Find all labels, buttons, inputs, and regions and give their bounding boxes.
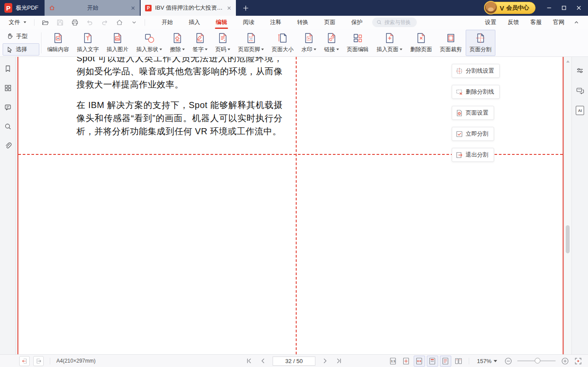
maximize-button[interactable] <box>557 0 571 16</box>
select-tool-button[interactable]: 选择 <box>3 43 39 56</box>
file-menu-button[interactable]: 文件 <box>0 18 31 26</box>
vertical-split-line[interactable] <box>296 57 297 354</box>
search-placeholder: 搜索与替换 <box>384 19 411 26</box>
watermark-button[interactable]: 水印 <box>297 30 320 56</box>
tab-close-icon[interactable] <box>131 6 135 10</box>
exit-split-icon <box>456 151 463 159</box>
page-crop-button[interactable]: 页面裁剪 <box>436 30 466 56</box>
scroll-up-arrow[interactable] <box>566 60 570 63</box>
open-file-button[interactable] <box>40 17 50 28</box>
window-controls <box>542 0 586 16</box>
menu-protect[interactable]: 保护 <box>343 16 370 29</box>
redo-button[interactable] <box>99 17 110 28</box>
membership-label: 会员中心 <box>506 4 529 12</box>
hand-tool-button[interactable]: 手型 <box>3 30 39 42</box>
header-footer-button[interactable]: 页眉页脚 <box>234 30 268 56</box>
search-replace-button[interactable]: 搜索与替换 <box>372 17 417 27</box>
save-button[interactable] <box>55 17 65 28</box>
print-button[interactable] <box>69 17 80 28</box>
tab-close-icon[interactable] <box>227 6 232 10</box>
facing-pages-button[interactable] <box>453 356 464 367</box>
zoom-out-button[interactable] <box>502 356 514 367</box>
menu-read[interactable]: 阅读 <box>235 16 262 29</box>
tool-label: 页面分割 <box>470 46 491 53</box>
attachments-panel-button[interactable] <box>3 141 13 150</box>
close-button[interactable] <box>571 0 586 16</box>
page-number-icon <box>217 32 228 44</box>
divider <box>50 358 50 364</box>
zoom-level-dropdown[interactable]: 157% <box>474 358 501 364</box>
tool-label: 页面编辑 <box>347 46 369 53</box>
insert-image-icon <box>112 32 123 44</box>
menu-edit[interactable]: 编辑 <box>208 16 235 29</box>
ai-tools-button[interactable]: AI <box>576 106 584 115</box>
single-page-view-button[interactable] <box>427 356 438 367</box>
edit-content-button[interactable]: 编辑内容 <box>43 30 73 56</box>
insert-shape-button[interactable]: 插入形状 <box>132 30 166 56</box>
fit-page-button[interactable] <box>401 356 412 367</box>
customize-toolbar-button[interactable] <box>129 17 139 28</box>
collapse-ribbon-button[interactable] <box>570 20 583 25</box>
split-now-button[interactable]: 立即分割 <box>452 127 494 141</box>
insert-text-button[interactable]: 插入文字 <box>73 30 103 56</box>
undo-button[interactable] <box>84 17 95 28</box>
menu-start[interactable]: 开始 <box>154 16 181 29</box>
next-view-button[interactable] <box>33 356 44 366</box>
new-tab-button[interactable] <box>237 0 254 16</box>
page-size-button[interactable]: 页面大小 <box>268 30 297 56</box>
continuous-view-button[interactable] <box>440 356 451 367</box>
next-page-button[interactable] <box>321 357 329 365</box>
signature-button[interactable]: 签字 <box>189 30 211 56</box>
menu-page[interactable]: 页面 <box>316 16 343 29</box>
zoom-in-button[interactable] <box>559 356 571 367</box>
bookmarks-panel-button[interactable] <box>3 64 13 73</box>
delete-page-button[interactable]: 删除页面 <box>406 30 436 56</box>
page-organize-button[interactable]: 页面编辑 <box>343 30 373 56</box>
link-icon <box>326 32 337 44</box>
document-text: Spot 可以进入人类工作人员无法进入的危险环境，例如受化学品、噪音或其他危害影… <box>76 57 283 145</box>
feedback-button[interactable]: 反馈 <box>502 18 525 26</box>
split-line-settings-button[interactable]: 分割线设置 <box>452 64 500 78</box>
split-button-label: 立即分割 <box>466 130 488 138</box>
exit-split-button[interactable]: 退出分割 <box>452 148 494 162</box>
comments-list-button[interactable] <box>575 86 585 95</box>
support-button[interactable]: 客服 <box>525 18 547 26</box>
zoom-slider-knob[interactable] <box>535 358 540 364</box>
delete-split-line-button[interactable]: 删除分割线 <box>452 85 500 99</box>
page-number-button[interactable]: 页码 <box>211 30 234 56</box>
tab-home[interactable]: 开始 <box>45 0 140 16</box>
page-setup-button[interactable]: 页面设置 <box>452 106 494 120</box>
insert-page-button[interactable]: 插入页面 <box>373 30 406 56</box>
menu-convert[interactable]: 转换 <box>289 16 316 29</box>
insert-image-button[interactable]: 插入图片 <box>103 30 132 56</box>
zoom-slider[interactable] <box>517 357 556 365</box>
vertical-scrollbar[interactable] <box>564 57 571 354</box>
home-view-button[interactable] <box>114 17 125 28</box>
comments-panel-button[interactable] <box>3 102 13 112</box>
page-split-button[interactable]: 页面分割 <box>466 30 495 56</box>
actual-size-button[interactable]: 1:1 <box>387 356 399 367</box>
insert-shape-icon <box>144 32 155 44</box>
membership-button[interactable]: V 会员中心 <box>487 2 536 14</box>
scrollbar-thumb[interactable] <box>566 225 570 253</box>
page-number-input[interactable] <box>273 357 315 366</box>
previous-view-button[interactable] <box>19 356 30 366</box>
last-page-button[interactable] <box>335 357 343 365</box>
thumbnails-panel-button[interactable] <box>3 83 13 93</box>
link-button[interactable]: 链接 <box>320 30 343 56</box>
settings-button[interactable]: 设置 <box>479 18 502 26</box>
menu-annotate[interactable]: 注释 <box>262 16 289 29</box>
fit-width-button[interactable] <box>414 356 425 367</box>
tab-document[interactable]: P IBV 值得押注的七大投资决... <box>141 0 236 16</box>
erase-button[interactable]: 擦除 <box>166 30 189 56</box>
properties-panel-button[interactable] <box>575 66 585 75</box>
actual-size-glyph: 1:1 <box>391 360 395 363</box>
focus-mode-button[interactable] <box>572 356 584 367</box>
previous-page-button[interactable] <box>259 357 267 365</box>
toolbar: 手型 选择 编辑内容 插入文字 插入图片 插入形状 <box>0 29 588 57</box>
minimize-button[interactable] <box>542 0 557 16</box>
first-page-button[interactable] <box>245 357 253 365</box>
website-button[interactable]: 官网 <box>547 18 570 26</box>
menu-insert[interactable]: 插入 <box>181 16 208 29</box>
search-panel-button[interactable] <box>3 122 13 131</box>
